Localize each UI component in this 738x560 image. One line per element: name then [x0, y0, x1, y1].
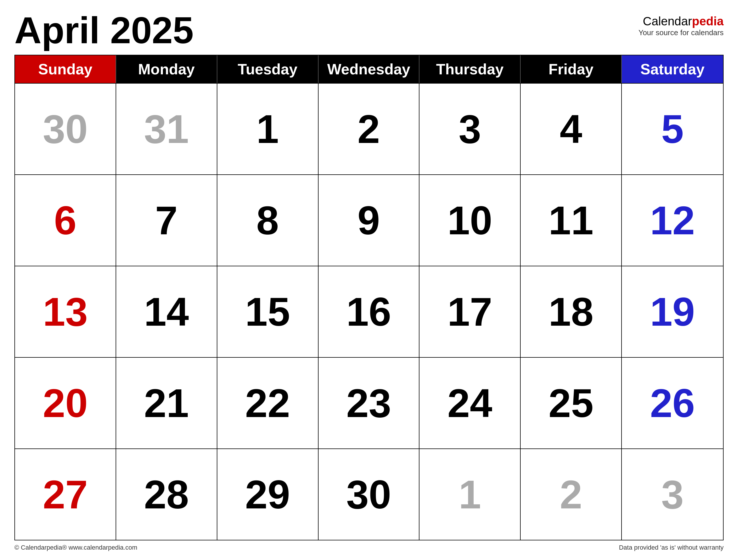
day-cell[interactable]: 4	[520, 84, 622, 174]
header-wednesday: Wednesday	[319, 55, 420, 83]
header-monday: Monday	[116, 55, 218, 83]
day-number: 30	[346, 474, 391, 515]
day-cell[interactable]: 7	[116, 175, 218, 266]
day-number: 31	[144, 109, 189, 149]
day-cell[interactable]: 30	[319, 449, 420, 540]
day-number: 11	[548, 200, 594, 241]
day-number: 7	[155, 200, 177, 241]
day-number: 16	[346, 292, 391, 332]
brand-tagline: Your source for calendars	[639, 28, 724, 37]
day-cell[interactable]: 26	[622, 358, 723, 449]
day-cell[interactable]: 5	[622, 84, 723, 174]
brand-red: pedia	[692, 14, 724, 28]
header-friday: Friday	[520, 55, 622, 83]
day-number: 26	[650, 383, 695, 423]
day-number: 3	[459, 109, 481, 149]
day-cell[interactable]: 1	[218, 84, 319, 174]
day-cell[interactable]: 11	[520, 175, 622, 266]
day-number: 21	[144, 383, 189, 423]
day-cell[interactable]: 2	[520, 449, 622, 540]
header-thursday: Thursday	[419, 55, 520, 83]
day-cell[interactable]: 17	[419, 266, 520, 357]
day-number: 18	[548, 292, 594, 332]
week-row-3: 13141516171819	[15, 266, 723, 358]
day-cell[interactable]: 6	[15, 175, 116, 266]
day-number: 19	[650, 292, 695, 332]
day-cell[interactable]: 31	[116, 84, 218, 174]
day-number: 24	[447, 383, 492, 423]
footer: © Calendarpedia® www.calendarpedia.com D…	[14, 544, 724, 551]
day-cell[interactable]: 13	[15, 266, 116, 357]
brand-name: Calendarpedia	[643, 14, 724, 28]
day-cell[interactable]: 1	[419, 449, 520, 540]
day-cell[interactable]: 23	[319, 358, 420, 449]
day-number: 5	[661, 109, 684, 149]
day-cell[interactable]: 20	[15, 358, 116, 449]
day-number: 8	[256, 200, 279, 241]
day-number: 13	[43, 292, 88, 332]
header-saturday: Saturday	[622, 55, 723, 83]
day-number: 29	[245, 474, 290, 515]
day-cell[interactable]: 12	[622, 175, 723, 266]
header-tuesday: Tuesday	[218, 55, 319, 83]
day-number: 27	[43, 474, 88, 515]
day-number: 3	[661, 474, 684, 515]
day-cell[interactable]: 16	[319, 266, 420, 357]
header: April 2025 Calendarpedia Your source for…	[14, 12, 724, 49]
day-cell[interactable]: 30	[15, 84, 116, 174]
footer-copyright: © Calendarpedia® www.calendarpedia.com	[14, 544, 137, 551]
day-cell[interactable]: 18	[520, 266, 622, 357]
day-cell[interactable]: 25	[520, 358, 622, 449]
day-cell[interactable]: 3	[622, 449, 723, 540]
day-number: 1	[256, 109, 279, 149]
day-cell[interactable]: 27	[15, 449, 116, 540]
day-cell[interactable]: 9	[319, 175, 420, 266]
day-cell[interactable]: 8	[218, 175, 319, 266]
week-row-4: 20212223242526	[15, 358, 723, 449]
day-number: 28	[144, 474, 189, 515]
week-row-1: 303112345	[15, 84, 723, 175]
calendar-grid: Sunday Monday Tuesday Wednesday Thursday…	[14, 55, 724, 540]
day-cell[interactable]: 24	[419, 358, 520, 449]
day-cell[interactable]: 3	[419, 84, 520, 174]
day-number: 6	[54, 200, 76, 241]
footer-disclaimer: Data provided 'as is' without warranty	[619, 544, 724, 551]
day-number: 30	[43, 109, 88, 149]
day-number: 22	[245, 383, 290, 423]
day-number: 15	[245, 292, 290, 332]
day-number: 14	[144, 292, 189, 332]
weeks-container: 3031123456789101112131415161718192021222…	[15, 84, 723, 540]
day-cell[interactable]: 21	[116, 358, 218, 449]
day-number: 2	[560, 474, 582, 515]
calendar-page: April 2025 Calendarpedia Your source for…	[0, 0, 738, 560]
day-number: 12	[650, 200, 695, 241]
day-number: 17	[447, 292, 492, 332]
day-number: 23	[346, 383, 391, 423]
header-sunday: Sunday	[15, 55, 116, 83]
week-row-2: 6789101112	[15, 175, 723, 266]
day-cell[interactable]: 28	[116, 449, 218, 540]
day-cell[interactable]: 29	[218, 449, 319, 540]
day-cell[interactable]: 19	[622, 266, 723, 357]
day-number: 9	[357, 200, 380, 241]
day-cell[interactable]: 10	[419, 175, 520, 266]
day-cell[interactable]: 2	[319, 84, 420, 174]
day-number: 10	[447, 200, 492, 241]
day-cell[interactable]: 22	[218, 358, 319, 449]
day-headers-row: Sunday Monday Tuesday Wednesday Thursday…	[15, 55, 723, 84]
day-number: 2	[357, 109, 380, 149]
day-cell[interactable]: 15	[218, 266, 319, 357]
day-cell[interactable]: 14	[116, 266, 218, 357]
brand: Calendarpedia Your source for calendars	[639, 12, 724, 37]
day-number: 25	[548, 383, 594, 423]
month-title: April 2025	[14, 12, 194, 49]
day-number: 1	[459, 474, 481, 515]
day-number: 20	[43, 383, 88, 423]
day-number: 4	[560, 109, 582, 149]
week-row-5: 27282930123	[15, 449, 723, 540]
